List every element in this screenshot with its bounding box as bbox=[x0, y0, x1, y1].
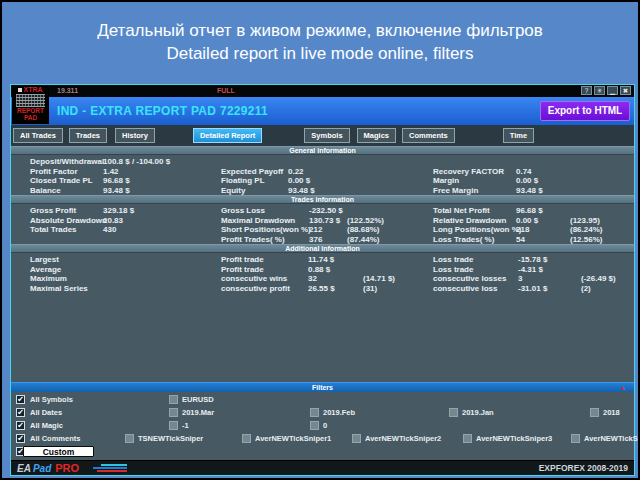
checkbox-2019-mar[interactable] bbox=[169, 408, 178, 417]
stat-value: 0.74 bbox=[516, 167, 634, 177]
window-title: IND - EXTRA REPORT PAD 7229211 bbox=[57, 104, 268, 118]
tab-comments[interactable]: Comments bbox=[402, 128, 455, 143]
stat-label bbox=[30, 235, 103, 245]
stat-label: Total Trades bbox=[30, 225, 103, 235]
stat-percent: (31) bbox=[363, 284, 433, 294]
stat-percent bbox=[363, 255, 433, 265]
checkbox-all-comments[interactable]: ✔ bbox=[16, 434, 25, 443]
filters-header[interactable]: Filters ▲ bbox=[11, 382, 634, 392]
tab-history[interactable]: History bbox=[115, 128, 155, 143]
settings-button[interactable]: ✳ bbox=[594, 86, 605, 95]
stat-label: Relative Drawdown bbox=[433, 216, 516, 226]
page-title-ru: Детальный отчет в живом режиме, включени… bbox=[2, 19, 638, 42]
stat-label: Floating PL bbox=[221, 176, 288, 186]
export-to-html-button[interactable]: Export to HTML bbox=[540, 101, 630, 121]
collapse-arrow-icon[interactable]: ▲ bbox=[620, 384, 626, 392]
stat-value: 130.73 $ bbox=[309, 216, 347, 226]
tab-all-trades[interactable]: All Trades bbox=[13, 128, 63, 143]
stat-label: Profit Factor bbox=[30, 167, 103, 177]
stats-row: Average Profit trade 0.88 $ Loss trade -… bbox=[11, 265, 634, 275]
stat-label: consecutive losses bbox=[433, 274, 518, 284]
custom-filter-field[interactable]: Custom bbox=[23, 446, 94, 457]
checkbox-tsnewticksniper[interactable] bbox=[125, 434, 134, 443]
version-label: 19.311 bbox=[57, 87, 78, 94]
stat-percent bbox=[347, 206, 433, 216]
stat-label: Profit trade bbox=[221, 265, 308, 275]
mode-label: FULL bbox=[217, 87, 235, 94]
tab-time[interactable]: Time bbox=[503, 128, 534, 143]
stat-value: 11.74 $ bbox=[308, 255, 363, 265]
stats-row: Gross Profit 329.18 $ Gross Loss -232.50… bbox=[11, 206, 634, 216]
stat-label: Recovery FACTOR bbox=[433, 167, 516, 177]
filter-row-magic: ✔ All Magic -1 0 bbox=[11, 420, 634, 432]
stat-label: Short Positions(won %) bbox=[221, 225, 309, 235]
page-title-en: Detailed report in live mode online, fil… bbox=[2, 42, 638, 65]
brand-lines-icon bbox=[93, 464, 133, 473]
stat-label: Average bbox=[30, 265, 221, 275]
tab-trades[interactable]: Trades bbox=[69, 128, 107, 143]
checkbox-avernewticksniper2[interactable] bbox=[352, 434, 361, 443]
stats-row: Profit Factor 1.42 Expected Payoff 0.22 … bbox=[11, 167, 634, 177]
tab-detailed-report[interactable]: Detailed Report bbox=[193, 128, 262, 143]
stat-value: 96.68 $ bbox=[516, 206, 570, 216]
stat-label: Deposit/Withdrawal bbox=[30, 157, 103, 167]
stat-percent: (122.52%) bbox=[347, 216, 433, 226]
stats-row: Absolute Drawdown 20.83 Maximal Drawdown… bbox=[11, 216, 634, 226]
tab-symbols[interactable]: Symbols bbox=[304, 128, 349, 143]
window-top-strip: 19.311 FULL ? ✳ ▁ ✖ bbox=[11, 85, 634, 97]
empty-area bbox=[11, 293, 634, 382]
stat-value: -4.31 $ bbox=[518, 265, 581, 275]
stat-label: consecutive wins bbox=[221, 274, 308, 284]
checkbox-avernewticksniper1[interactable] bbox=[242, 434, 251, 443]
checkbox-magic-0[interactable] bbox=[310, 421, 319, 430]
trades-information-body: Gross Profit 329.18 $ Gross Loss -232.50… bbox=[11, 204, 634, 244]
checkbox-magic-minus1[interactable] bbox=[169, 421, 178, 430]
checkbox-all-magic[interactable]: ✔ bbox=[16, 421, 25, 430]
stat-label: Loss trade bbox=[433, 265, 518, 275]
checkbox-2019-jan[interactable] bbox=[449, 408, 458, 417]
stat-value: 1.42 bbox=[103, 167, 221, 177]
close-button[interactable]: ✖ bbox=[620, 86, 631, 95]
filter-row-custom: ✔ Custom bbox=[11, 446, 634, 458]
stat-label: Margin bbox=[433, 176, 516, 186]
checkbox-avernewticksniper4[interactable] bbox=[571, 434, 580, 443]
stat-label: Loss trade bbox=[433, 255, 518, 265]
checkbox-avernewticksniper3[interactable] bbox=[463, 434, 472, 443]
stat-percent: (86.24%) bbox=[570, 225, 634, 235]
stat-value: 93.48 $ bbox=[103, 186, 221, 196]
window-title-bar: IND - EXTRA REPORT PAD 7229211 Export to… bbox=[11, 97, 634, 125]
stats-row: Profit Trades( %) 376 (87.44%) Loss Trad… bbox=[11, 235, 634, 245]
stat-value: 430 bbox=[103, 225, 221, 235]
stat-value: 93.48 $ bbox=[288, 186, 433, 196]
help-button[interactable]: ? bbox=[581, 86, 592, 95]
stats-row: Maximal Series consecutive profit 26.55 … bbox=[11, 284, 634, 294]
stat-value: 212 bbox=[309, 225, 347, 235]
tab-magics[interactable]: Magics bbox=[357, 128, 396, 143]
checkbox-all-dates[interactable]: ✔ bbox=[16, 408, 25, 417]
checkbox-2018[interactable] bbox=[590, 408, 599, 417]
brand-pad: Pad bbox=[33, 463, 51, 474]
status-bar: EA Pad PRO EXPFOREX 2008-2019 bbox=[11, 460, 634, 475]
stat-value: -232.50 $ bbox=[309, 206, 347, 216]
stat-percent: (123.95) bbox=[570, 216, 634, 226]
additional-information-header: Additional information bbox=[11, 244, 634, 253]
stat-label: Free Margin bbox=[433, 186, 516, 196]
checkbox-2019-feb[interactable] bbox=[310, 408, 319, 417]
stat-label: Balance bbox=[30, 186, 103, 196]
stat-label: Expected Payoff bbox=[221, 167, 288, 177]
checkbox-all-symbols[interactable]: ✔ bbox=[16, 395, 25, 404]
general-information-header: General information bbox=[11, 146, 634, 155]
brand-pro: PRO bbox=[55, 462, 79, 474]
stat-label: consecutive profit bbox=[221, 284, 308, 294]
stat-value: 329.18 $ bbox=[103, 206, 221, 216]
stat-label: consecutive loss bbox=[433, 284, 518, 294]
brand-ea: EA bbox=[17, 463, 31, 474]
stat-value: 0.22 bbox=[288, 167, 433, 177]
checkbox-eurusd[interactable] bbox=[169, 395, 178, 404]
stat-value: 32 bbox=[308, 274, 363, 284]
copyright-label: EXPFOREX 2008-2019 bbox=[539, 463, 628, 473]
stat-label: Equity bbox=[221, 186, 288, 196]
stat-value: 93.48 $ bbox=[516, 186, 634, 196]
minimize-button[interactable]: ▁ bbox=[607, 86, 618, 95]
stat-label: Gross Profit bbox=[30, 206, 103, 216]
